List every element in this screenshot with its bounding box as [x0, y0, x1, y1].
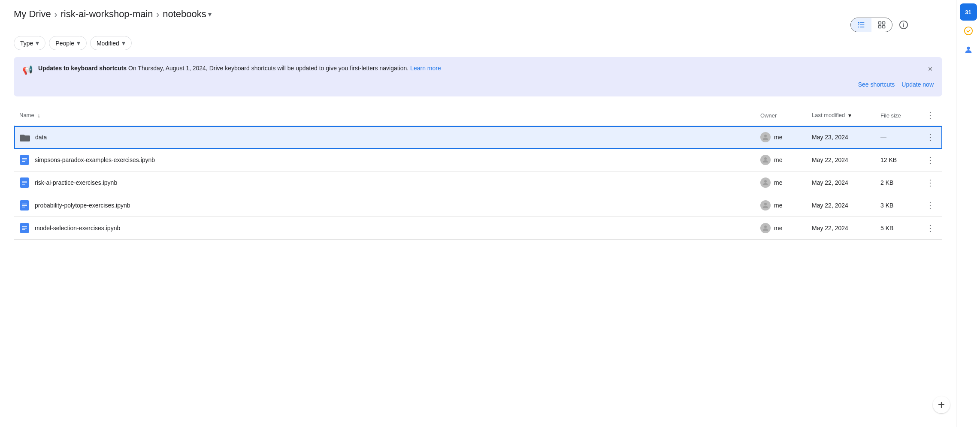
owner-cell: me [755, 171, 807, 194]
owner-name: me [774, 179, 782, 186]
notebook-icon [19, 223, 30, 233]
tasks-icon[interactable] [960, 22, 977, 39]
row-more-menu-button[interactable]: ⋮ [923, 153, 937, 167]
owner-name: me [774, 202, 782, 209]
main-content: My Drive › risk-ai-workshop-main › noteb… [0, 0, 956, 248]
filter-row: Type ▾ People ▾ Modified ▾ [14, 36, 942, 50]
owner-column-header[interactable]: Owner [755, 105, 807, 126]
file-name: data [35, 134, 47, 141]
owner-cell: me [755, 194, 807, 217]
breadcrumb-sep-2: › [157, 9, 160, 19]
modified-chevron-icon: ▾ [122, 39, 125, 47]
row-more-menu-button[interactable]: ⋮ [923, 130, 937, 144]
svg-rect-23 [22, 207, 25, 207]
breadcrumb-my-drive[interactable]: My Drive [14, 9, 51, 20]
owner-cell: me [755, 149, 807, 171]
see-shortcuts-button[interactable]: See shortcuts [858, 79, 895, 90]
menu-column-header: ⋮ [918, 105, 942, 126]
people-filter-button[interactable]: People ▾ [49, 36, 87, 50]
avatar [760, 200, 771, 210]
size-column-header[interactable]: File size [875, 105, 918, 126]
table-row[interactable]: simpsons-paradox-examples-exercises.ipyn… [14, 149, 942, 171]
more-menu-cell: ⋮ [918, 149, 942, 171]
owner-name: me [774, 134, 782, 141]
svg-point-29 [764, 226, 767, 228]
modified-cell: May 22, 2024 [807, 194, 875, 217]
svg-point-24 [764, 203, 767, 205]
more-menu-cell: ⋮ [918, 126, 942, 149]
svg-rect-2 [879, 22, 881, 24]
table-row[interactable]: probability-polytope-exercises.ipynb me … [14, 194, 942, 217]
owner-cell: me [755, 126, 807, 149]
modified-cell: May 23, 2024 [807, 126, 875, 149]
svg-rect-4 [879, 26, 881, 28]
file-name-cell: simpsons-paradox-examples-exercises.ipyn… [14, 149, 755, 171]
info-button[interactable] [896, 17, 911, 33]
modified-filter-button[interactable]: Modified ▾ [90, 36, 132, 50]
table-row[interactable]: risk-ai-practice-exercises.ipynb me May … [14, 171, 942, 194]
notification-close-button[interactable]: × [923, 62, 937, 76]
row-more-menu-button[interactable]: ⋮ [923, 198, 937, 212]
svg-rect-11 [22, 158, 27, 159]
notebook-icon [19, 155, 30, 165]
row-more-menu-button[interactable]: ⋮ [923, 221, 937, 235]
breadcrumb-notebooks[interactable]: notebooks ▾ [163, 9, 212, 20]
file-name: model-selection-exercises.ipynb [35, 225, 120, 232]
avatar [760, 155, 771, 165]
file-name-cell: probability-polytope-exercises.ipynb [14, 194, 755, 217]
owner-cell: me [755, 217, 807, 240]
right-sidebar: 31 [956, 0, 980, 248]
name-column-header[interactable]: Name ↓ [14, 105, 755, 126]
folder-icon [20, 132, 30, 142]
svg-point-9 [764, 135, 767, 137]
owner-name: me [774, 225, 782, 232]
modified-sort-icon: ▾ [848, 112, 851, 119]
type-chevron-icon: ▾ [36, 39, 39, 47]
size-cell: 5 KB [875, 217, 918, 240]
name-sort-icon: ↓ [37, 112, 40, 119]
svg-rect-13 [22, 161, 25, 162]
table-more-menu-button[interactable]: ⋮ [923, 108, 937, 122]
notebook-icon [19, 200, 30, 210]
svg-rect-16 [22, 181, 27, 182]
file-name-cell: model-selection-exercises.ipynb [14, 217, 755, 240]
calendar-icon[interactable]: 31 [960, 3, 977, 21]
size-cell: 12 KB [875, 149, 918, 171]
table-header-row: Name ↓ Owner Last modified ▾ File size ⋮ [14, 105, 942, 126]
more-menu-cell: ⋮ [918, 194, 942, 217]
svg-rect-3 [883, 22, 885, 24]
more-menu-cell: ⋮ [918, 171, 942, 194]
update-now-button[interactable]: Update now [901, 79, 934, 90]
svg-rect-21 [22, 204, 27, 204]
svg-point-0 [964, 27, 972, 35]
breadcrumb-sep-1: › [54, 9, 57, 19]
list-view-button[interactable] [851, 18, 871, 32]
breadcrumb-workshop[interactable]: risk-ai-workshop-main [60, 9, 153, 20]
breadcrumb: My Drive › risk-ai-workshop-main › noteb… [14, 9, 212, 20]
svg-point-1 [967, 47, 970, 50]
file-name-cell: data [14, 126, 755, 149]
grid-view-button[interactable] [871, 18, 892, 32]
svg-rect-5 [883, 26, 885, 28]
avatar [760, 223, 771, 233]
row-more-menu-button[interactable]: ⋮ [923, 176, 937, 189]
file-name: probability-polytope-exercises.ipynb [35, 202, 130, 209]
file-name: simpsons-paradox-examples-exercises.ipyn… [35, 156, 155, 163]
modified-column-header[interactable]: Last modified ▾ [807, 105, 875, 126]
breadcrumb-dropdown-icon: ▾ [208, 10, 212, 18]
learn-more-link[interactable]: Learn more [410, 63, 441, 73]
svg-rect-26 [22, 226, 27, 227]
svg-rect-27 [22, 228, 27, 229]
table-row[interactable]: data me May 23, 2024 — ⋮ [14, 126, 942, 149]
file-name-cell: risk-ai-practice-exercises.ipynb [14, 171, 755, 194]
owner-name: me [774, 156, 782, 163]
svg-point-19 [764, 180, 767, 183]
contacts-icon[interactable] [960, 41, 977, 58]
svg-point-8 [903, 23, 904, 24]
svg-rect-18 [22, 184, 25, 185]
size-cell: 2 KB [875, 171, 918, 194]
modified-cell: May 22, 2024 [807, 171, 875, 194]
table-row[interactable]: model-selection-exercises.ipynb me May 2… [14, 217, 942, 240]
size-cell: 3 KB [875, 194, 918, 217]
type-filter-button[interactable]: Type ▾ [14, 36, 45, 50]
